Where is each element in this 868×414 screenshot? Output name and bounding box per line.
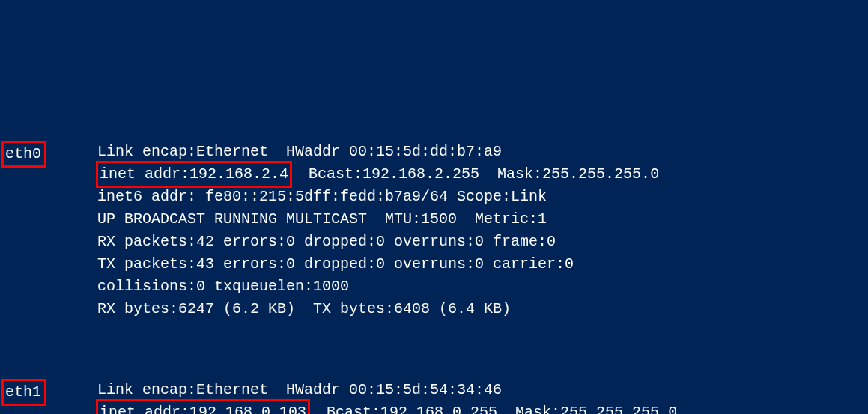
- interface-details: Link encap:Ethernet HWaddr 00:15:5d:dd:b…: [97, 141, 868, 320]
- collisions-line: collisions:0 txqueuelen:1000: [97, 276, 868, 298]
- interface-details: Link encap:Ethernet HWaddr 00:15:5d:54:3…: [97, 379, 868, 414]
- link-encap-line: Link encap:Ethernet HWaddr 00:15:5d:54:3…: [97, 379, 868, 401]
- interface-name-text: eth1: [5, 383, 41, 401]
- inet-rest-text: Bcast:192.168.0.255 Mask:255.255.255.0: [309, 404, 677, 414]
- inet6-line: inet6 addr: fe80::215:5dff:fedd:b7a9/64 …: [97, 186, 868, 208]
- inet-rest-text: Bcast:192.168.2.255 Mask:255.255.255.0: [291, 165, 659, 183]
- interface-name-col: eth1: [0, 379, 97, 414]
- inet-addr-text: inet addr:192.168.2.4: [100, 165, 288, 183]
- interface-name-col: eth0: [0, 141, 97, 320]
- inet-addr-line: inet addr:192.168.0.103 Bcast:192.168.0.…: [97, 401, 868, 414]
- interface-block-eth1: eth1 Link encap:Ethernet HWaddr 00:15:5d…: [0, 379, 868, 414]
- flags-line: UP BROADCAST RUNNING MULTICAST MTU:1500 …: [97, 208, 868, 231]
- interface-block-eth0: eth0 Link encap:Ethernet HWaddr 00:15:5d…: [0, 141, 868, 320]
- interface-name-highlight: eth1: [1, 379, 46, 406]
- inet-addr-text: inet addr:192.168.0.103: [100, 404, 306, 414]
- tx-packets-line: TX packets:43 errors:0 dropped:0 overrun…: [97, 253, 868, 276]
- inet-addr-highlight: inet addr:192.168.0.103: [96, 399, 310, 414]
- inet-addr-highlight: inet addr:192.168.2.4: [96, 161, 292, 188]
- terminal-output: eth0 Link encap:Ethernet HWaddr 00:15:5d…: [0, 96, 868, 414]
- link-encap-line: Link encap:Ethernet HWaddr 00:15:5d:dd:b…: [97, 141, 868, 163]
- bytes-line: RX bytes:6247 (6.2 KB) TX bytes:6408 (6.…: [97, 298, 868, 320]
- rx-packets-line: RX packets:42 errors:0 dropped:0 overrun…: [97, 231, 868, 253]
- interface-name-text: eth0: [5, 145, 41, 162]
- interface-name-highlight: eth0: [1, 141, 46, 168]
- inet-addr-line: inet addr:192.168.2.4 Bcast:192.168.2.25…: [97, 163, 868, 186]
